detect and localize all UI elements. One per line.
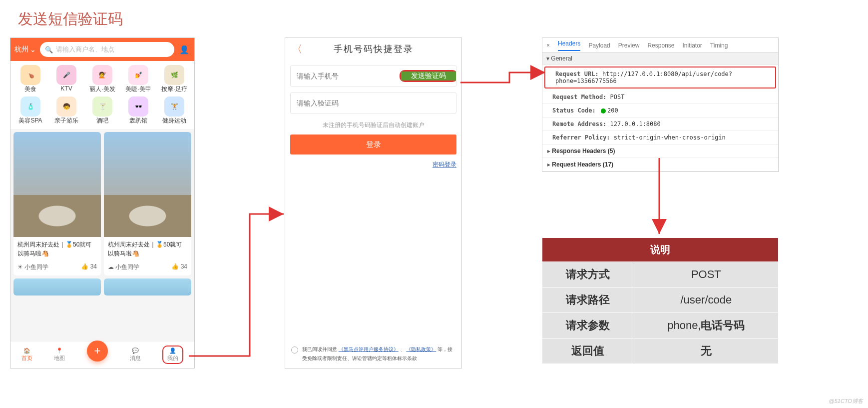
tab-home[interactable]: 🏠首页 (21, 348, 32, 362)
code-field-row (290, 92, 456, 114)
category-icon: 💅 (128, 65, 148, 85)
category-item[interactable]: 🧴美容SPA (12, 96, 48, 125)
page-title: 发送短信验证码 (18, 9, 123, 30)
category-label: 丽人·美发 (89, 85, 115, 94)
signup-hint: 未注册的手机号码验证后自动创建账户 (290, 121, 456, 130)
category-label: 美睫·美甲 (125, 85, 151, 94)
api-spec-table: 说明 请求方式POST请求路径/user/code请求参数phone,电话号码返… (542, 238, 779, 364)
category-item[interactable]: 💇丽人·美发 (84, 65, 120, 94)
category-item[interactable]: 🌿按摩·足疗 (156, 65, 192, 94)
chat-icon: 💬 (132, 348, 139, 354)
tab-mine[interactable]: 👤我的 (162, 346, 183, 364)
phone-input[interactable] (291, 72, 400, 80)
category-label: 美食 (24, 85, 36, 94)
tab-timing[interactable]: Timing (710, 42, 728, 49)
category-grid: 🍗美食🎤KTV💇丽人·美发💅美睫·美甲🌿按摩·足疗🧴美容SPA🧒亲子游乐🍸酒吧🕶… (10, 61, 194, 129)
login-title: 手机号码快捷登录 (334, 43, 414, 55)
category-item[interactable]: 🏋️健身运动 (156, 96, 192, 125)
feed-card[interactable]: 杭州周末好去处｜🏅50就可以骑马啦🐴 ☁ 小鱼同学 👍 34 (104, 132, 191, 276)
category-item[interactable]: 🕶️轰趴馆 (120, 96, 156, 125)
category-item[interactable]: 🧒亲子游乐 (48, 96, 84, 125)
table-row: 请求参数phone,电话号码 (542, 313, 779, 338)
app-header: 杭州 ⌄ 🔍 请输入商户名、地点 👤 (10, 38, 194, 61)
city-picker[interactable]: 杭州 ⌄ (14, 45, 36, 54)
tabbar: 🏠首页 📍地图 + 💬消息 👤我的 (10, 341, 194, 368)
card-title: 杭州周末好去处｜🏅50就可以骑马啦🐴 (13, 237, 101, 261)
search-input[interactable]: 🔍 请输入商户名、地点 (40, 42, 174, 57)
category-icon: 🧴 (20, 96, 40, 116)
category-label: 亲子游乐 (54, 116, 78, 125)
profile-icon[interactable]: 👤 (178, 45, 190, 54)
devtools-tabs: × Headers Payload Preview Response Initi… (542, 38, 778, 53)
category-item[interactable]: 🍸酒吧 (84, 96, 120, 125)
status-dot-icon (601, 108, 606, 114)
card-image (104, 132, 191, 237)
home-icon: 🏠 (23, 348, 30, 354)
tab-payload[interactable]: Payload (588, 42, 610, 49)
category-label: 酒吧 (96, 116, 108, 125)
spec-val: 无 (634, 338, 778, 364)
privacy-link[interactable]: 《隐私政策》 (406, 346, 436, 352)
category-item[interactable]: 🍗美食 (12, 65, 48, 94)
spec-val: phone,电话号码 (634, 313, 778, 338)
category-label: 健身运动 (162, 116, 186, 125)
login-screen: 〈 手机号码快捷登录 发送验证码 未注册的手机号码验证后自动创建账户 登录 密码… (285, 38, 462, 368)
tab-preview[interactable]: Preview (618, 42, 640, 49)
tab-add[interactable]: + (87, 340, 108, 362)
spec-val: /user/code (634, 288, 778, 313)
card-likes: 👍 34 (81, 263, 97, 272)
tos-link[interactable]: 《黑马点评用户服务协议》 (339, 346, 399, 352)
terms-agree: 我已阅读并同意 《黑马点评用户服务协议》 、 《隐私政策》 等，接受免除或者限制… (291, 345, 455, 363)
login-button[interactable]: 登录 (290, 134, 456, 154)
category-icon: 🌿 (164, 65, 184, 85)
request-method: Request Method: POST (542, 90, 778, 104)
feed-card[interactable]: 杭州周末好去处｜🏅50就可以骑马啦🐴 ☀ 小鱼同学 👍 34 (13, 132, 101, 276)
spec-val: POST (634, 262, 778, 288)
tab-initiator[interactable]: Initiator (682, 42, 702, 49)
city-label: 杭州 (14, 45, 28, 54)
send-code-button[interactable]: 发送验证码 (401, 72, 456, 80)
category-label: KTV (60, 85, 72, 92)
category-icon: 💇 (92, 65, 112, 85)
chevron-down-icon: ⌄ (30, 46, 36, 54)
close-icon[interactable]: × (546, 42, 550, 49)
plus-icon: + (94, 344, 101, 358)
category-icon: 🕶️ (128, 96, 148, 116)
spec-key: 请求方式 (542, 262, 634, 288)
tab-messages[interactable]: 💬消息 (130, 348, 141, 362)
status-code: Status Code: 200 (542, 104, 778, 118)
category-icon: 🧒 (56, 96, 76, 116)
category-icon: 🏋️ (164, 96, 184, 116)
tab-response[interactable]: Response (647, 42, 674, 49)
watermark: @51CTO博客 (829, 398, 863, 405)
feed-card[interactable] (13, 278, 101, 296)
search-placeholder: 请输入商户名、地点 (56, 45, 114, 54)
general-section[interactable]: ▾ General (542, 53, 778, 64)
response-headers-section[interactable]: Response Headers (5) (542, 144, 778, 158)
category-icon: 🍸 (92, 96, 112, 116)
user-icon: 👤 (169, 348, 176, 354)
card-author: ☀ 小鱼同学 (17, 263, 48, 272)
card-image (13, 132, 101, 237)
category-item[interactable]: 💅美睫·美甲 (120, 65, 156, 94)
referrer-policy: Referrer Policy: strict-origin-when-cros… (542, 131, 778, 144)
feed-card[interactable] (104, 278, 191, 296)
phone-field-row: 发送验证码 (290, 65, 456, 87)
card-author: ☁ 小鱼同学 (108, 263, 139, 272)
code-input[interactable] (291, 99, 456, 107)
category-item[interactable]: 🎤KTV (48, 65, 84, 94)
login-header: 〈 手机号码快捷登录 (290, 38, 456, 60)
tab-map[interactable]: 📍地图 (54, 348, 65, 362)
category-icon: 🎤 (56, 65, 76, 85)
back-icon[interactable]: 〈 (292, 42, 303, 56)
password-login-link[interactable]: 密码登录 (433, 161, 456, 168)
spec-key: 请求路径 (542, 288, 634, 313)
table-row: 返回值无 (542, 338, 779, 364)
app-home-screen: 杭州 ⌄ 🔍 请输入商户名、地点 👤 🍗美食🎤KTV💇丽人·美发💅美睫·美甲🌿按… (10, 38, 195, 368)
spec-key: 返回值 (542, 338, 634, 364)
search-icon: 🔍 (45, 46, 53, 54)
tab-headers[interactable]: Headers (558, 40, 580, 51)
request-headers-section[interactable]: Request Headers (17) (542, 158, 778, 172)
spec-key: 请求参数 (542, 313, 634, 338)
agree-radio[interactable] (291, 346, 298, 354)
